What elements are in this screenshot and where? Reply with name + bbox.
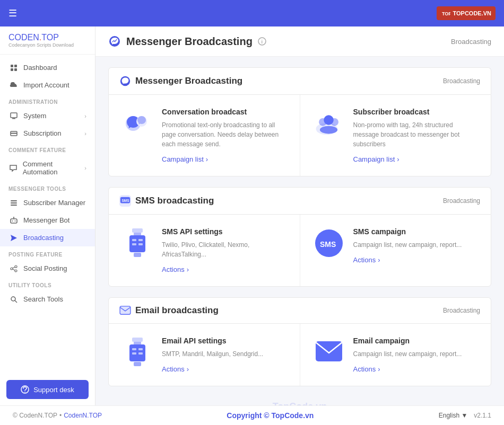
svg-rect-43 bbox=[132, 228, 143, 233]
sidebar-item-import-account[interactable]: Import Account bbox=[0, 76, 95, 94]
svg-text:SMS: SMS bbox=[320, 240, 336, 249]
conversation-broadcast-title: Conversation broadcast bbox=[162, 108, 287, 116]
messenger-icon bbox=[108, 35, 121, 48]
sidebar-subscription-label: Subscription bbox=[23, 129, 62, 137]
sidebar-item-system[interactable]: System › bbox=[0, 107, 95, 125]
svg-rect-49 bbox=[132, 243, 136, 245]
svg-marker-18 bbox=[11, 235, 17, 241]
svg-point-38 bbox=[331, 118, 338, 126]
messenger-section-icon bbox=[119, 75, 131, 87]
sms-campaign-link[interactable]: Actions › bbox=[353, 256, 462, 264]
subscriber-broadcast-title: Subscriber broadcast bbox=[353, 108, 479, 116]
sms-section: SMS SMS broadcasting Broadcasting bbox=[108, 187, 491, 287]
info-icon[interactable]: i bbox=[258, 37, 266, 46]
chevron-right-icon: › bbox=[206, 155, 208, 163]
topbar: ☰ TOP TOPCODE.VN bbox=[0, 0, 504, 26]
svg-point-21 bbox=[15, 270, 17, 272]
sms-campaign-title: SMS campaign bbox=[353, 227, 462, 236]
footer-separator: • bbox=[59, 412, 62, 419]
email-api-settings-title: Email API settings bbox=[162, 337, 263, 345]
svg-rect-57 bbox=[129, 344, 145, 361]
page-header-left: Messenger Broadcasting i bbox=[108, 35, 266, 48]
share-icon bbox=[8, 265, 19, 272]
footer-center: Copyright © TopCode.vn bbox=[227, 411, 314, 420]
footer-link[interactable]: CodenN.TOP bbox=[64, 412, 102, 419]
subscriber-broadcast-link[interactable]: Campaign list › bbox=[353, 155, 479, 163]
dashboard-icon bbox=[8, 64, 19, 72]
svg-rect-62 bbox=[138, 352, 143, 355]
sidebar-item-dashboard[interactable]: Dashboard bbox=[0, 59, 95, 76]
svg-line-25 bbox=[15, 300, 17, 303]
sidebar-subscriber-label: Subscriber Manager bbox=[23, 199, 85, 207]
chevron-right-icon-4: › bbox=[378, 256, 380, 264]
hamburger-icon[interactable]: ☰ bbox=[8, 7, 17, 19]
sms-cards-row: SMS API settings Twilio, Plivo, Clickate… bbox=[108, 214, 491, 287]
email-api-icon bbox=[121, 337, 153, 368]
sms-api-settings-content: SMS API settings Twilio, Plivo, Clickate… bbox=[162, 227, 287, 273]
watermark: TopCode.vn bbox=[95, 397, 504, 405]
conversation-broadcast-icon bbox=[121, 108, 153, 139]
logo-coden: CODEN bbox=[8, 33, 39, 42]
email-api-settings-card: Email API settings SMTP, Mandril, Mailgu… bbox=[109, 324, 300, 386]
page-header: Messenger Broadcasting i Broadcasting bbox=[95, 26, 504, 57]
support-desk-button[interactable]: Support desk bbox=[6, 380, 89, 399]
language-selector[interactable]: English ▼ bbox=[439, 412, 468, 419]
sidebar-item-subscription[interactable]: Subscription › bbox=[0, 125, 95, 142]
sms-campaign-content: SMS campaign Campaign list, new campaign… bbox=[353, 227, 462, 264]
sms-section-title: SMS SMS broadcasting bbox=[119, 195, 214, 207]
svg-rect-6 bbox=[11, 113, 17, 118]
email-campaign-desc: Campaign list, new campaign, report... bbox=[353, 349, 462, 359]
email-campaign-link[interactable]: Actions › bbox=[353, 365, 462, 373]
conversation-broadcast-link[interactable]: Campaign list › bbox=[162, 155, 287, 163]
sidebar-social-posting-label: Social Posting bbox=[23, 264, 67, 272]
svg-text:TOP: TOP bbox=[442, 11, 450, 16]
svg-line-22 bbox=[13, 267, 15, 268]
sms-campaign-desc: Campaign list, new campaign, report... bbox=[353, 240, 462, 250]
topcode-label: TOPCODE.VN bbox=[453, 10, 491, 16]
sidebar-item-messenger-bot[interactable]: Messenger Bot bbox=[0, 211, 95, 229]
logo-sub: Codecanyon Scripts Download bbox=[8, 42, 86, 48]
subscriber-broadcast-content: Subscriber broadcast Non-promo with tag,… bbox=[353, 108, 479, 163]
svg-text:SMS: SMS bbox=[122, 199, 130, 202]
chevron-right-icon-6: › bbox=[378, 365, 380, 373]
email-api-settings-content: Email API settings SMTP, Mandril, Mailgu… bbox=[162, 337, 263, 373]
svg-point-24 bbox=[11, 297, 15, 301]
svg-rect-60 bbox=[138, 348, 143, 350]
sidebar-item-social-posting[interactable]: Social Posting bbox=[0, 260, 95, 277]
sidebar-item-broadcasting[interactable]: Broadcasting bbox=[0, 229, 95, 246]
messenger-section-header: Messenger Broadcasting Broadcasting bbox=[108, 67, 491, 94]
topbar-left: ☰ bbox=[8, 7, 17, 19]
sidebar-item-search-tools[interactable]: Search Tools bbox=[0, 290, 95, 308]
email-campaign-content: Email campaign Campaign list, new campai… bbox=[353, 337, 462, 373]
svg-rect-53 bbox=[120, 306, 131, 314]
sidebar-dashboard-label: Dashboard bbox=[23, 64, 57, 72]
version-label: v2.1.1 bbox=[474, 412, 491, 419]
sms-campaign-icon: SMS bbox=[313, 227, 345, 259]
sidebar-search-tools-label: Search Tools bbox=[23, 295, 63, 303]
email-api-settings-link[interactable]: Actions › bbox=[162, 365, 263, 373]
section-label-messenger: MESSENGER TOOLS bbox=[0, 181, 95, 194]
subscription-arrow-icon: › bbox=[84, 130, 86, 137]
sidebar-item-subscriber-manager[interactable]: Subscriber Manager bbox=[0, 194, 95, 211]
sms-api-settings-link[interactable]: Actions › bbox=[162, 265, 287, 273]
svg-rect-44 bbox=[134, 233, 141, 235]
svg-rect-50 bbox=[138, 243, 143, 245]
svg-rect-12 bbox=[11, 205, 17, 206]
svg-line-23 bbox=[13, 269, 15, 270]
page-title: Messenger Broadcasting bbox=[126, 36, 253, 48]
topbar-right: TOP TOPCODE.VN bbox=[437, 6, 496, 20]
sidebar-system-label: System bbox=[23, 112, 46, 120]
svg-point-27 bbox=[24, 392, 25, 393]
chevron-right-icon-2: › bbox=[397, 155, 399, 163]
svg-rect-3 bbox=[14, 65, 17, 67]
sidebar-comment-label: Comment Automation bbox=[23, 160, 85, 176]
svg-point-17 bbox=[13, 217, 14, 218]
sidebar-logo: CODEN.TOP Codecanyon Scripts Download bbox=[0, 26, 95, 55]
sms-section-badge: Broadcasting bbox=[443, 197, 480, 205]
conversation-broadcast-card: Conversation broadcast Promotional text-… bbox=[109, 95, 300, 176]
sidebar-item-comment-automation[interactable]: Comment Automation › bbox=[0, 155, 95, 181]
svg-point-39 bbox=[319, 126, 337, 134]
comment-arrow-icon: › bbox=[84, 165, 86, 171]
sms-api-settings-card: SMS API settings Twilio, Plivo, Clickate… bbox=[109, 215, 300, 286]
svg-rect-11 bbox=[11, 202, 17, 203]
